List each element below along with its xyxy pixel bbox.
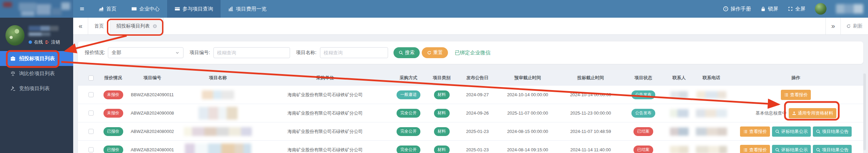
nav-item-home[interactable]: 首页 — [91, 0, 124, 18]
project-name-redacted — [198, 107, 238, 120]
view-quote-button[interactable]: 查看报价 — [740, 126, 770, 137]
list-icon — [743, 129, 748, 134]
nav-item-label: 企业中心 — [139, 6, 160, 12]
purchaser: 海南矿业股份有限公司石碌铁矿分公司 — [259, 147, 391, 153]
refresh-icon — [846, 24, 851, 29]
question-circle-icon: ? — [723, 6, 728, 12]
fullscreen-link[interactable]: 全屏 — [788, 6, 805, 12]
nav-item-enterprise-center[interactable]: 企业中心 — [124, 0, 167, 18]
phone-redacted — [696, 91, 726, 99]
row-checkbox[interactable] — [89, 147, 94, 152]
reset-button[interactable]: 重置 — [422, 47, 448, 58]
quote-status-badge: 未报价 — [103, 90, 123, 99]
quote-status-selected-value: 全部 — [112, 50, 121, 56]
evaluation-result-button[interactable]: 评标结果公示 — [772, 126, 811, 137]
sidebar-item-inquiry-project-list[interactable]: 询比价项目列表 — [0, 66, 73, 81]
method-badge: 完全公开 — [397, 146, 420, 153]
row-checkbox[interactable] — [89, 111, 94, 116]
nav-item-label: 项目费用一览 — [236, 6, 267, 12]
logout-label: 注销 — [51, 39, 60, 45]
quote-status-badge: 已报价 — [103, 127, 123, 136]
project-status-badge: 已结案 — [633, 127, 653, 136]
user-name-redacted — [836, 4, 863, 14]
area-chart-icon — [98, 6, 104, 12]
manual-label: 操作手册 — [730, 6, 751, 12]
close-tab-icon[interactable] — [152, 24, 157, 29]
table-row: 已报价 ABWZAB2024080002 海南矿业股份有限公司石碌铁矿分公司 完… — [78, 122, 863, 141]
nav-item-label: 首页 — [106, 6, 116, 12]
category-badge: 材料 — [434, 109, 450, 118]
sidebar-item-bidding-project-list[interactable]: 招投标项目列表 — [0, 51, 73, 66]
contact-redacted — [670, 109, 689, 117]
chevron-down-icon — [175, 50, 180, 55]
project-table: 报价情况 项目编号 项目名称 采购单位 采购方式 项目类别 发布公告日 预审截止… — [78, 70, 863, 153]
project-result-label: 项目结果公告 — [822, 147, 849, 153]
upload-qualification-button[interactable]: 通用专用资格材料 — [789, 108, 836, 118]
user-avatar[interactable] — [815, 3, 826, 15]
search-icon — [816, 129, 821, 134]
row-checkbox[interactable] — [89, 129, 94, 134]
project-result-button[interactable]: 项目结果公告 — [813, 126, 852, 137]
tab-home[interactable]: 首页 — [88, 18, 110, 34]
col-header-operations: 操作 — [728, 75, 863, 81]
logo-redacted-block — [36, 4, 51, 15]
lock-screen-link[interactable]: 锁屏 — [760, 6, 778, 12]
project-number-label: 项目编号: — [190, 50, 210, 56]
bid-deadline: 2025-11-23 00:00:00 — [558, 111, 623, 116]
sidebar-item-label: 竞拍项目列表 — [19, 85, 50, 92]
tab-bidding-project-list[interactable]: 招投标项目列表 — [110, 18, 164, 34]
sidebar-profile: 在线 注销 — [0, 18, 73, 51]
bid-deadline: 2024-10-14 00:00:00 — [558, 92, 623, 97]
project-no: ABWZAB2024080002 — [128, 129, 177, 134]
row-checkbox[interactable] — [89, 92, 94, 97]
upload-icon — [792, 111, 797, 116]
pre-deadline: 2024-10-14 00:00:00 — [497, 92, 558, 97]
manual-link[interactable]: ? 操作手册 — [723, 6, 751, 12]
project-status-badge: 公告发布 — [631, 90, 655, 99]
topbar: 首页 企业中心 参与项目查询 项目费用一览 ? 操作手册 锁屏 — [0, 0, 868, 18]
view-quote-button[interactable]: 查看报价 — [781, 90, 811, 100]
pre-deadline: 2024-08-14 09:15:00 — [497, 147, 558, 152]
col-header-purchaser: 采购单位 — [259, 75, 391, 81]
col-header-project-name: 项目名称 — [177, 75, 259, 81]
table-scrollbar[interactable] — [863, 73, 866, 150]
select-all-checkbox[interactable] — [89, 75, 94, 81]
profile-avatar[interactable] — [5, 25, 25, 46]
refresh-tab-button[interactable]: 刷新 — [840, 18, 868, 34]
project-number-input[interactable] — [213, 47, 290, 58]
logo-redacted-block — [51, 8, 62, 15]
announce-date: 2025-01-23 — [458, 129, 497, 134]
project-result-button[interactable]: 项目结果公告 — [813, 145, 852, 153]
search-button[interactable]: 搜索 — [393, 47, 420, 58]
purchaser: 海南矿业股份有限公司石碌铁矿分公司 — [259, 110, 391, 116]
bid-deadline: 2024-11-14 11:40:00 — [558, 147, 623, 152]
project-name-input[interactable] — [320, 47, 388, 58]
evaluation-result-label: 评标结果公示 — [781, 147, 808, 153]
nav-item-project-query[interactable]: 参与项目查询 — [167, 0, 221, 18]
main-content: 报价情况: 全部 项目编号: 项目名称: 搜索 重置 已绑定企业微信 — [73, 35, 868, 153]
logo-redacted-block — [19, 3, 36, 11]
phone-redacted — [696, 146, 727, 153]
logout-link[interactable]: 注销 — [45, 39, 60, 45]
nav-item-project-fees[interactable]: 项目费用一览 — [221, 0, 274, 18]
hamburger-icon — [79, 6, 85, 12]
logo-redacted-block — [3, 2, 12, 7]
category-badge: 材料 — [434, 127, 450, 136]
tabs-scroll-right-button[interactable]: » — [825, 18, 840, 34]
evaluation-result-button[interactable]: 评标结果公示 — [772, 145, 811, 153]
sidebar-item-label: 询比价项目列表 — [19, 70, 55, 77]
table-row: 未报价 BBWZAB2024090011 海南矿业股份有限公司石碌铁矿分公司 一… — [78, 86, 863, 104]
app-logo — [0, 0, 73, 18]
reset-label: 重置 — [433, 50, 443, 56]
sidebar-item-auction-project-list[interactable]: 竞拍项目列表 — [0, 81, 73, 96]
bidding-list-page: 首页 企业中心 参与项目查询 项目费用一览 ? 操作手册 锁屏 — [0, 0, 868, 153]
tabs-scroll-left-button[interactable]: « — [73, 18, 88, 34]
quote-status-badge: 未报价 — [103, 109, 123, 118]
bid-deadline: 2024-11-07 10:48:59 — [558, 129, 623, 134]
quote-status-select[interactable]: 全部 — [108, 47, 183, 58]
view-quote-button[interactable]: 查看报价 — [740, 145, 770, 153]
col-header-category: 项目类别 — [425, 75, 458, 81]
category-badge: 材料 — [434, 146, 450, 153]
sidebar-collapse-icon[interactable] — [73, 0, 91, 18]
reset-icon — [427, 50, 432, 55]
